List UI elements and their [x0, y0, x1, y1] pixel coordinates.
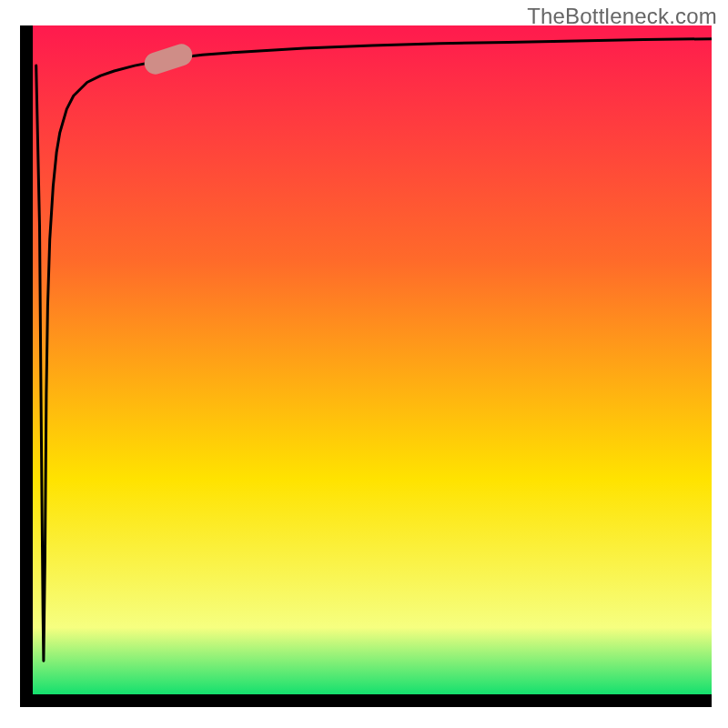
y-axis [20, 25, 33, 703]
chart-root: TheBottleneck.com [0, 0, 728, 728]
bottleneck-curve [33, 25, 712, 694]
plot-area [33, 25, 712, 694]
x-axis [20, 694, 712, 707]
